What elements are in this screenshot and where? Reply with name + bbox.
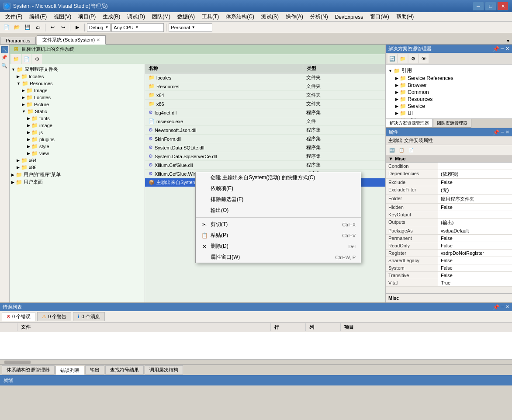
prop-register[interactable]: Register vsdrpDoNotRegister <box>386 250 512 257</box>
file-row-msiexec[interactable]: 📄msiexec.exe 文件 <box>145 117 385 126</box>
menu-help[interactable]: 帮助(H) <box>393 12 418 21</box>
tree-item-appfolder[interactable]: ▼ 📁 应用程序文件夹 <box>10 66 144 73</box>
minimize-icon-props[interactable]: ─ <box>501 129 504 135</box>
start-button[interactable]: ▶ <box>73 23 82 32</box>
menu-data[interactable]: 数据(A) <box>174 12 198 21</box>
maximize-button[interactable]: □ <box>485 2 496 10</box>
profile-dropdown[interactable]: Personal ▼ <box>169 23 212 32</box>
tab-messages[interactable]: ℹ 0 个消息 <box>73 312 104 321</box>
tree-item-programs[interactable]: ▶ 📁 用户的"程序"菜单 <box>10 171 144 178</box>
redo-button[interactable]: ↪ <box>58 23 68 32</box>
undo-button[interactable]: ↩ <box>48 23 57 32</box>
close-icon-props[interactable]: ✕ <box>505 129 509 135</box>
btm-tab-errors[interactable]: 错误列表 <box>55 366 84 375</box>
file-row-x64[interactable]: 📁x64 文件夹 <box>145 91 385 100</box>
file-row-x86[interactable]: 📁x86 文件夹 <box>145 100 385 108</box>
prop-system[interactable]: System False <box>386 264 512 272</box>
ctx-output[interactable]: 输出(O) <box>196 205 361 216</box>
ctx-properties[interactable]: 属性窗口(W) Ctrl+W, P <box>196 252 361 263</box>
ctx-paste[interactable]: 📋 粘贴(P) Ctrl+V <box>196 230 361 241</box>
btm-tab-output[interactable]: 输出 <box>85 365 104 375</box>
tree-item-fonts[interactable]: ▶ 📁 fonts <box>26 115 144 122</box>
tab-team-explorer[interactable]: 团队资源管理器 <box>433 119 471 128</box>
tree-item-view[interactable]: ▶ 📁 view <box>26 150 144 157</box>
prop-transitive[interactable]: Transitive False <box>386 272 512 279</box>
file-row-resources[interactable]: 📁Resources 文件夹 <box>145 82 385 91</box>
se-collapse[interactable]: 📁 <box>398 54 408 63</box>
horizontal-scrollbar[interactable] <box>0 359 512 364</box>
minimize-icon-el[interactable]: ─ <box>501 304 504 310</box>
sidebar-icon3[interactable]: 🔍 <box>1 63 8 70</box>
sol-item-service[interactable]: ▶ 📁 Service <box>387 103 511 110</box>
sol-item-resources[interactable]: ▶ 📁 Resources <box>387 96 511 103</box>
btm-tab-findsymbol[interactable]: 查找符号结果 <box>105 365 144 375</box>
tree-item-desktop[interactable]: ▶ 📁 用户桌面 <box>10 178 144 186</box>
prop-outputs[interactable]: Outputs (输出) <box>386 219 512 227</box>
pin-icon[interactable]: 📌 <box>493 46 499 52</box>
sol-item-references[interactable]: ▼ 📁 引用 <box>387 66 511 75</box>
file-row-log4net[interactable]: ⚙log4net.dll 程序集 <box>145 108 385 117</box>
prop-keyoutput[interactable]: KeyOutput <box>386 211 512 219</box>
prop-condition[interactable]: Condition <box>386 163 512 170</box>
fs-properties[interactable]: ⚙ <box>32 54 42 64</box>
fs-add-file[interactable]: 📄 <box>22 54 31 64</box>
tree-item-js[interactable]: ▶ 📁 js <box>26 129 144 136</box>
close-icon-el[interactable]: ✕ <box>505 304 509 310</box>
props-pages-button[interactable]: 📄 <box>407 146 415 154</box>
minimize-icon[interactable]: ─ <box>501 46 504 52</box>
file-row-sqlite[interactable]: ⚙System.Data.SQLite.dll 程序集 <box>145 143 385 152</box>
sol-item-service-refs[interactable]: ▶ 📁 Service References <box>387 75 511 82</box>
save-all-button[interactable]: 🗂 <box>33 23 43 32</box>
pin-icon-props[interactable]: 📌 <box>493 129 499 135</box>
prop-folder[interactable]: Folder 应用程序文件夹 <box>386 195 512 204</box>
open-button[interactable]: 📂 <box>12 23 22 32</box>
tree-item-style[interactable]: ▶ 📁 style <box>26 143 144 150</box>
menu-debug[interactable]: 调试(D) <box>124 12 149 21</box>
sort-alpha-button[interactable]: 🔤 <box>387 146 396 154</box>
tree-item-locales[interactable]: ▶ 📁 locales <box>16 73 144 80</box>
tab-program-cs[interactable]: Program.cs <box>0 37 36 44</box>
tree-item-plugins[interactable]: ▶ 📁 plugins <box>26 136 144 143</box>
ctx-create-shortcut[interactable]: 创建 主输出来自System(活动) 的快捷方式(C) <box>196 172 361 183</box>
tree-item-resources[interactable]: ▼ 📁 Resources <box>16 80 144 87</box>
ctx-dependencies[interactable]: 依赖项(E) <box>196 183 361 194</box>
sort-cat-button[interactable]: 📋 <box>397 146 406 154</box>
tree-item-image[interactable]: ▶ 📁 Image <box>21 87 144 94</box>
close-icon[interactable]: ✕ <box>505 46 509 52</box>
tab-close-filesystem[interactable]: ✕ <box>97 38 100 42</box>
file-row-sqlce[interactable]: ⚙System.Data.SqlServerCe.dll 程序集 <box>145 152 385 161</box>
tab-solution-explorer[interactable]: 解决方案资源管理器 <box>386 119 433 128</box>
se-showall[interactable]: 👁 <box>419 54 429 63</box>
prop-hidden[interactable]: Hidden False <box>386 204 512 211</box>
tab-warnings[interactable]: ⚠ 0 个警告 <box>37 312 71 321</box>
minimize-button[interactable]: ─ <box>473 2 484 10</box>
scrollbar-thumb[interactable] <box>4 361 31 364</box>
menu-window[interactable]: 窗口(W) <box>367 12 392 21</box>
menu-view[interactable]: 视图(V) <box>50 12 75 21</box>
file-row-newtonsoft[interactable]: ⚙Newtonsoft.Json.dll 程序集 <box>145 126 385 135</box>
se-refresh[interactable]: 🔄 <box>387 54 397 63</box>
sol-item-browser[interactable]: ▶ 📁 Browser <box>387 82 511 89</box>
pin-icon-el[interactable]: 📌 <box>493 304 499 310</box>
platform-dropdown[interactable]: Any CPU ▼ <box>111 23 164 32</box>
prop-readonly[interactable]: ReadOnly False <box>386 242 512 250</box>
sol-item-common[interactable]: ▶ 📁 Common <box>387 89 511 96</box>
prop-vital[interactable]: Vital True <box>386 279 512 287</box>
prop-permanent[interactable]: Permanent False <box>386 235 512 242</box>
menu-file[interactable]: 文件(F) <box>2 12 26 21</box>
tree-item-picture[interactable]: ▶ 📁 Picture <box>21 101 144 108</box>
prop-dependencies[interactable]: Dependencies (依赖项) <box>386 170 512 179</box>
tree-item-locales2[interactable]: ▶ 📁 Locales <box>21 94 144 101</box>
ctx-delete[interactable]: ✕ 删除(D) Del <box>196 241 361 252</box>
btm-tab-callhierarchy[interactable]: 调用层次结构 <box>145 365 183 375</box>
prop-exclude[interactable]: Exclude False <box>386 179 512 186</box>
sol-item-ui[interactable]: ▶ 📁 UI <box>387 110 511 117</box>
btm-tab-arch[interactable]: 体系结构资源管理器 <box>2 365 55 375</box>
tree-item-static[interactable]: ▼ 📁 Static <box>21 108 144 115</box>
tab-dropdown-button[interactable]: ▼ <box>504 38 512 44</box>
sidebar-icon2[interactable]: 📌 <box>1 55 8 62</box>
tab-errors[interactable]: ⊗ 0 个错误 <box>2 312 35 321</box>
menu-analyze[interactable]: 分析(N) <box>307 12 332 21</box>
menu-test[interactable]: 测试(S) <box>258 12 282 21</box>
tree-item-x86[interactable]: ▶ 📁 x86 <box>16 164 144 171</box>
